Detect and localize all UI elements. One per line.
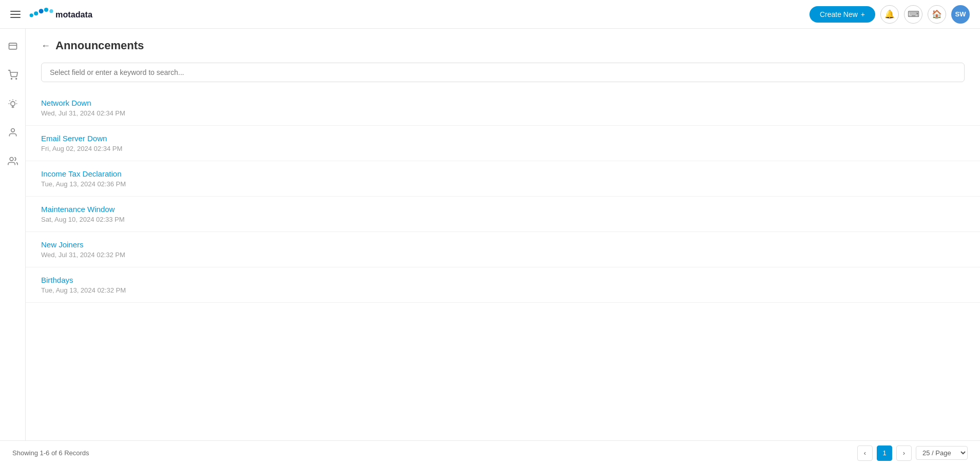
announcement-title: Network Down xyxy=(41,99,965,107)
sidebar-item-user[interactable] xyxy=(4,123,22,142)
announcement-item[interactable]: Email Server Down Fri, Aug 02, 2024 02:3… xyxy=(26,126,980,161)
sidebar-item-group[interactable] xyxy=(4,152,22,170)
announcement-date: Wed, Jul 31, 2024 02:32 PM xyxy=(41,251,965,259)
bell-icon: 🔔 xyxy=(884,9,895,19)
sidebar-item-cart[interactable] xyxy=(4,66,22,84)
announcement-title: Maintenance Window xyxy=(41,205,965,214)
svg-point-0 xyxy=(30,13,33,17)
keyboard-icon: ⌨ xyxy=(908,9,919,19)
svg-point-8 xyxy=(11,79,12,80)
create-new-label: Create New xyxy=(820,10,858,18)
announcements-list: Network Down Wed, Jul 31, 2024 02:34 PM … xyxy=(26,90,980,440)
prev-page-button[interactable]: ‹ xyxy=(857,445,873,461)
announcement-item[interactable]: New Joiners Wed, Jul 31, 2024 02:32 PM xyxy=(26,232,980,267)
sidebar xyxy=(0,29,26,440)
home-button[interactable]: 🏠 xyxy=(928,5,946,24)
announcement-date: Tue, Aug 13, 2024 02:36 PM xyxy=(41,180,965,188)
footer: Showing 1-6 of 6 Records ‹ 1 › 25 / Page… xyxy=(0,440,980,465)
sidebar-item-tickets[interactable] xyxy=(4,37,22,55)
showing-records-text: Showing 1-6 of 6 Records xyxy=(12,449,89,457)
page-size-selector[interactable]: 25 / Page 50 / Page 100 / Page xyxy=(916,446,968,460)
layout: ← Announcements Network Down Wed, Jul 31… xyxy=(0,29,980,440)
page-header: ← Announcements xyxy=(26,29,980,57)
main-content: ← Announcements Network Down Wed, Jul 31… xyxy=(26,29,980,440)
page-title: Announcements xyxy=(55,39,144,52)
search-input[interactable] xyxy=(41,63,965,82)
keyboard-button[interactable]: ⌨ xyxy=(904,5,922,24)
svg-point-2 xyxy=(39,9,44,13)
search-bar-wrap xyxy=(26,57,980,90)
header-left: motadata xyxy=(10,5,102,24)
header-right: Create New + 🔔 ⌨ 🏠 SW xyxy=(809,5,970,24)
svg-point-3 xyxy=(44,7,48,11)
svg-line-12 xyxy=(9,101,10,101)
announcement-title: Birthdays xyxy=(41,276,965,284)
announcement-date: Tue, Aug 13, 2024 02:32 PM xyxy=(41,286,965,294)
svg-line-13 xyxy=(15,101,16,101)
user-avatar-button[interactable]: SW xyxy=(951,5,970,24)
notification-bell-button[interactable]: 🔔 xyxy=(880,5,899,24)
announcement-title: Email Server Down xyxy=(41,134,965,143)
svg-text:motadata: motadata xyxy=(55,10,93,19)
svg-point-9 xyxy=(15,79,16,80)
svg-point-4 xyxy=(49,9,53,13)
create-new-button[interactable]: Create New + xyxy=(809,6,875,23)
svg-point-1 xyxy=(34,11,38,15)
home-icon: 🏠 xyxy=(932,9,942,19)
svg-rect-6 xyxy=(9,43,16,49)
plus-icon: + xyxy=(861,10,865,18)
page-1-button[interactable]: 1 xyxy=(877,445,892,461)
current-page-label: 1 xyxy=(882,449,886,457)
sidebar-item-ideas[interactable] xyxy=(4,94,22,113)
pagination: ‹ 1 › 25 / Page 50 / Page 100 / Page xyxy=(857,445,968,461)
back-arrow-button[interactable]: ← xyxy=(41,41,50,51)
next-page-button[interactable]: › xyxy=(896,445,912,461)
announcement-item[interactable]: Income Tax Declaration Tue, Aug 13, 2024… xyxy=(26,161,980,197)
svg-point-16 xyxy=(11,129,14,132)
svg-point-11 xyxy=(10,102,14,106)
announcement-item[interactable]: Network Down Wed, Jul 31, 2024 02:34 PM xyxy=(26,90,980,126)
announcement-title: Income Tax Declaration xyxy=(41,169,965,178)
avatar-initials: SW xyxy=(955,10,966,18)
announcement-date: Wed, Jul 31, 2024 02:34 PM xyxy=(41,109,965,117)
announcement-date: Sat, Aug 10, 2024 02:33 PM xyxy=(41,216,965,223)
announcement-title: New Joiners xyxy=(41,240,965,249)
logo: motadata xyxy=(28,5,102,24)
hamburger-menu-button[interactable] xyxy=(10,11,21,18)
announcement-date: Fri, Aug 02, 2024 02:34 PM xyxy=(41,145,965,152)
announcement-item[interactable]: Maintenance Window Sat, Aug 10, 2024 02:… xyxy=(26,197,980,232)
header: motadata Create New + 🔔 ⌨ 🏠 SW xyxy=(0,0,980,29)
announcement-item[interactable]: Birthdays Tue, Aug 13, 2024 02:32 PM xyxy=(26,267,980,303)
svg-point-17 xyxy=(10,158,13,161)
